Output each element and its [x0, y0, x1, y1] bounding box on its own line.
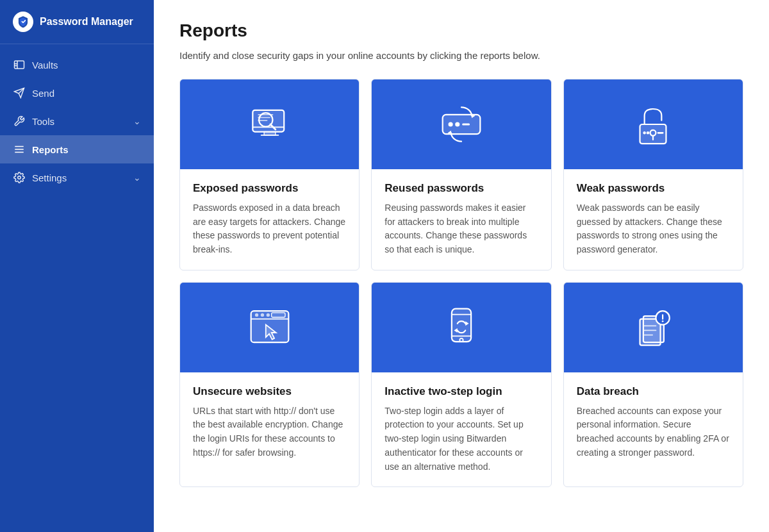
- sidebar-item-settings-label: Settings: [32, 172, 67, 183]
- svg-point-17: [449, 122, 453, 126]
- svg-point-18: [455, 122, 459, 126]
- svg-point-26: [647, 131, 649, 134]
- weak-passwords-body: Weak passwords Weak passwords can be eas…: [564, 169, 743, 270]
- reused-passwords-body: Reused passwords Reusing passwords makes…: [372, 169, 550, 270]
- sidebar-item-send-label: Send: [32, 88, 54, 99]
- sidebar-item-vaults-label: Vaults: [32, 60, 58, 71]
- svg-point-6: [18, 176, 21, 179]
- reports-grid: Exposed passwords Passwords exposed in a…: [179, 79, 743, 487]
- exposed-passwords-desc: Passwords exposed in a data breach are e…: [193, 201, 346, 257]
- sidebar-item-tools-label: Tools: [32, 116, 54, 127]
- unsecure-websites-card[interactable]: Unsecure websites URLs that start with h…: [179, 282, 360, 487]
- svg-point-32: [266, 313, 269, 317]
- tools-chevron-icon: ⌄: [133, 116, 141, 126]
- sidebar-item-vaults[interactable]: Vaults: [0, 51, 154, 79]
- sidebar-nav: Vaults Send: [0, 44, 154, 532]
- settings-icon: [13, 171, 26, 184]
- unsecure-websites-image: [180, 283, 359, 372]
- reused-passwords-image: [372, 79, 550, 169]
- svg-rect-33: [271, 313, 285, 317]
- weak-passwords-card[interactable]: Weak passwords Weak passwords can be eas…: [563, 79, 743, 270]
- sidebar-item-settings[interactable]: Settings ⌄: [0, 163, 154, 192]
- reused-passwords-desc: Reusing passwords makes it easier for at…: [384, 201, 538, 257]
- data-breach-desc: Breached accounts can expose your person…: [577, 404, 730, 460]
- sidebar-item-reports-label: Reports: [32, 144, 69, 155]
- unsecure-websites-body: Unsecure websites URLs that start with h…: [180, 372, 359, 473]
- sidebar-item-tools[interactable]: Tools ⌄: [0, 107, 154, 135]
- tools-icon: [13, 115, 26, 128]
- page-subtitle: Identify and close security gaps in your…: [179, 50, 743, 61]
- data-breach-body: Data breach Breached accounts can expose…: [564, 372, 743, 473]
- svg-point-25: [643, 131, 646, 134]
- sidebar-header: Password Manager: [0, 0, 154, 44]
- svg-point-48: [662, 320, 664, 322]
- settings-chevron-icon: ⌄: [133, 172, 141, 183]
- exposed-passwords-body: Exposed passwords Passwords exposed in a…: [180, 169, 359, 270]
- app-name: Password Manager: [40, 16, 133, 28]
- inactive-2fa-desc: Two-step login adds a layer of protectio…: [384, 404, 538, 474]
- inactive-2fa-body: Inactive two-step login Two-step login a…: [372, 372, 550, 486]
- data-breach-card[interactable]: Data breach Breached accounts can expose…: [563, 282, 743, 487]
- exposed-passwords-image: [180, 79, 359, 169]
- inactive-2fa-card[interactable]: Inactive two-step login Two-step login a…: [371, 282, 551, 487]
- weak-passwords-title: Weak passwords: [577, 182, 730, 195]
- unsecure-websites-desc: URLs that start with http:// don't use t…: [193, 404, 346, 460]
- weak-passwords-image: [564, 79, 743, 169]
- svg-point-31: [260, 313, 263, 317]
- reused-passwords-title: Reused passwords: [384, 182, 538, 195]
- sidebar-item-send[interactable]: Send: [0, 79, 154, 107]
- inactive-2fa-image: [372, 283, 550, 372]
- data-breach-image: [564, 283, 743, 372]
- svg-point-30: [255, 313, 258, 317]
- send-icon: [13, 87, 26, 99]
- page-title: Reports: [179, 21, 743, 41]
- reports-icon: [13, 143, 26, 156]
- inactive-2fa-title: Inactive two-step login: [384, 385, 538, 398]
- weak-passwords-desc: Weak passwords can be easily guessed by …: [577, 201, 730, 257]
- data-breach-title: Data breach: [577, 385, 730, 398]
- exposed-passwords-card[interactable]: Exposed passwords Passwords exposed in a…: [179, 79, 360, 270]
- unsecure-websites-title: Unsecure websites: [193, 385, 346, 398]
- svg-rect-16: [443, 115, 481, 134]
- reused-passwords-card[interactable]: Reused passwords Reusing passwords makes…: [371, 79, 551, 270]
- main-content: Reports Identify and close security gaps…: [154, 0, 769, 532]
- svg-rect-35: [452, 308, 471, 342]
- sidebar-item-reports[interactable]: Reports: [0, 135, 154, 163]
- sidebar: Password Manager Vaults: [0, 0, 154, 532]
- svg-rect-0: [15, 61, 24, 69]
- exposed-passwords-title: Exposed passwords: [193, 182, 346, 195]
- app-logo: [13, 12, 33, 32]
- vault-icon: [13, 58, 26, 71]
